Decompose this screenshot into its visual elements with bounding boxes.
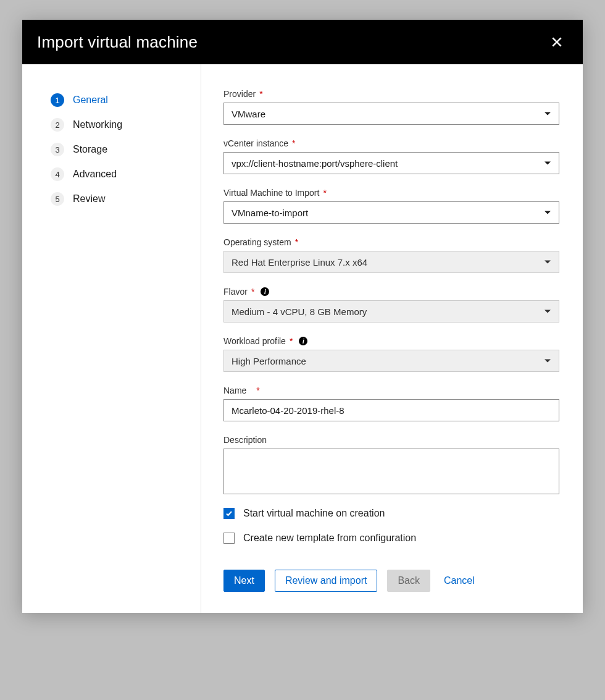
label-vcenter: vCenter instance* [223, 138, 559, 148]
select-provider[interactable]: VMware [223, 103, 559, 125]
step-storage[interactable]: 3 Storage [51, 137, 182, 162]
wizard-footer: Next Review and import Back Cancel [223, 570, 559, 592]
cancel-button[interactable]: Cancel [440, 570, 478, 592]
label-workload: Workload profile* i [223, 336, 559, 346]
step-number: 1 [51, 93, 64, 107]
modal-title: Import virtual machine [37, 33, 198, 52]
row-create-template: Create new template from configuration [223, 533, 559, 544]
field-description: Description [223, 435, 559, 497]
select-workload[interactable]: High Performance [223, 350, 559, 372]
field-vcenter: vCenter instance* vpx://client-hostname:… [223, 138, 559, 174]
label-vm: Virtual Machine to Import* [223, 188, 559, 198]
back-button: Back [387, 570, 430, 592]
select-vm[interactable]: VMname-to-import [223, 201, 559, 224]
label-create-template: Create new template from configuration [243, 533, 416, 544]
required-indicator: * [295, 237, 298, 247]
step-label: Advanced [73, 169, 117, 180]
step-review[interactable]: 5 Review [51, 187, 182, 211]
input-description[interactable] [223, 449, 559, 494]
step-label: Review [73, 193, 105, 205]
field-flavor: Flavor* i Medium - 4 vCPU, 8 GB Memory [223, 287, 559, 323]
modal-header: Import virtual machine [22, 20, 583, 64]
step-number: 3 [51, 143, 64, 156]
import-vm-modal: Import virtual machine 1 General 2 Netwo… [22, 20, 583, 613]
required-indicator: * [259, 89, 262, 99]
caret-down-icon [544, 209, 551, 216]
field-provider: Provider* VMware [223, 89, 559, 125]
step-advanced[interactable]: 4 Advanced [51, 162, 182, 187]
caret-down-icon [544, 308, 551, 315]
step-label: General [73, 95, 108, 106]
step-number: 4 [51, 167, 64, 181]
select-vcenter[interactable]: vpx://client-hostname:port/vsphere-clien… [223, 152, 559, 174]
required-indicator: * [290, 336, 293, 346]
step-label: Storage [73, 144, 107, 155]
caret-down-icon [544, 159, 551, 167]
caret-down-icon [544, 110, 551, 117]
select-os[interactable]: Red Hat Enterprise Linux 7.x x64 [223, 251, 559, 273]
label-os: Operating system* [223, 237, 559, 247]
checkbox-start-on-create[interactable] [223, 508, 235, 519]
step-number: 2 [51, 118, 64, 132]
wizard-sidebar: 1 General 2 Networking 3 Storage 4 Advan… [22, 64, 201, 613]
step-label: Networking [73, 119, 122, 130]
checkbox-create-template[interactable] [223, 533, 235, 544]
caret-down-icon [544, 258, 551, 266]
label-provider: Provider* [223, 89, 559, 99]
input-name[interactable] [223, 399, 559, 421]
required-indicator: * [256, 386, 259, 395]
field-name: Name * [223, 386, 559, 421]
close-icon [551, 36, 563, 48]
form-content: Provider* VMware vCenter instance* vpx:/… [201, 64, 583, 613]
field-vm: Virtual Machine to Import* VMname-to-imp… [223, 188, 559, 224]
select-flavor[interactable]: Medium - 4 vCPU, 8 GB Memory [223, 300, 559, 323]
field-os: Operating system* Red Hat Enterprise Lin… [223, 237, 559, 273]
required-indicator: * [323, 188, 326, 198]
modal-body: 1 General 2 Networking 3 Storage 4 Advan… [22, 64, 583, 613]
info-icon[interactable]: i [261, 287, 269, 296]
label-flavor: Flavor* i [223, 287, 559, 297]
row-start-on-create: Start virtual machine on creation [223, 508, 559, 519]
check-icon [225, 510, 233, 517]
label-start-on-create: Start virtual machine on creation [243, 508, 385, 519]
required-indicator: * [251, 287, 254, 297]
next-button[interactable]: Next [223, 570, 265, 592]
review-import-button[interactable]: Review and import [275, 570, 378, 592]
label-description: Description [223, 435, 559, 445]
step-number: 5 [51, 192, 64, 206]
required-indicator: * [292, 138, 295, 148]
info-icon[interactable]: i [299, 337, 307, 345]
field-workload: Workload profile* i High Performance [223, 336, 559, 372]
step-networking[interactable]: 2 Networking [51, 112, 182, 137]
caret-down-icon [544, 357, 551, 365]
close-button[interactable] [548, 33, 565, 51]
label-name: Name * [223, 386, 559, 395]
step-general[interactable]: 1 General [51, 88, 182, 112]
